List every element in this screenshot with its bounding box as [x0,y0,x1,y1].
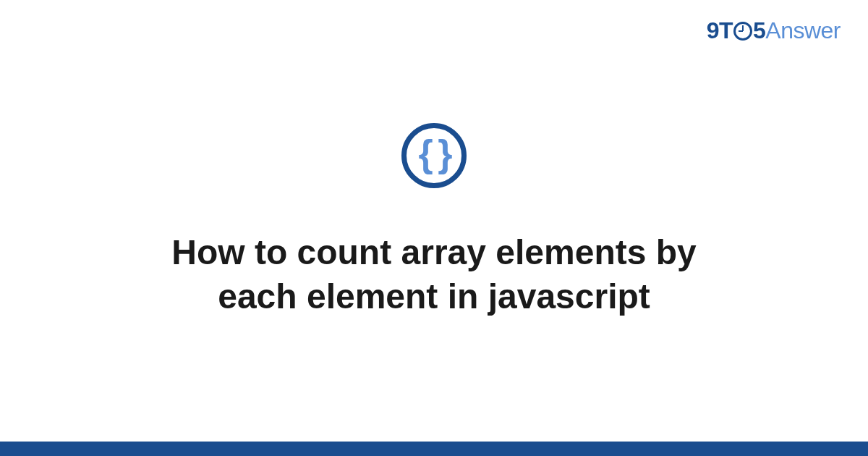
topic-icon-circle: { } [401,123,467,188]
main-content: { } How to count array elements by each … [0,0,868,442]
code-braces-icon: { } [419,135,450,177]
footer-bar [0,442,868,456]
page-title: How to count array elements by each elem… [109,230,760,319]
